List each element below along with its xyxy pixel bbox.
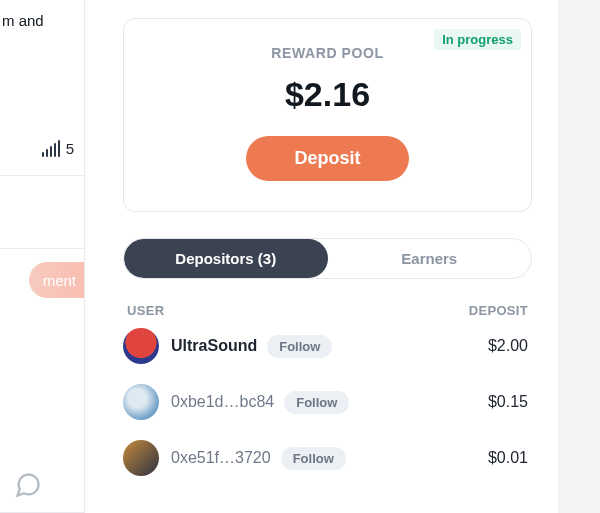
- table-row: 0xe51f…3720 Follow $0.01: [123, 430, 532, 486]
- tab-depositors[interactable]: Depositors (3): [124, 239, 328, 278]
- chat-icon[interactable]: [14, 471, 42, 499]
- divider: [0, 175, 84, 176]
- deposit-amount: $2.00: [488, 337, 532, 355]
- user-name[interactable]: 0xe51f…3720: [171, 449, 271, 467]
- deposit-amount: $0.01: [488, 449, 532, 467]
- tabs: Depositors (3) Earners: [123, 238, 532, 279]
- avatar[interactable]: [123, 328, 159, 364]
- partial-pill-button[interactable]: ment: [29, 262, 84, 298]
- tab-earners[interactable]: Earners: [328, 239, 532, 278]
- follow-button[interactable]: Follow: [267, 335, 332, 358]
- left-sidebar: m and 5 ment: [0, 0, 85, 513]
- deposit-button[interactable]: Deposit: [246, 136, 408, 181]
- header-deposit: DEPOSIT: [469, 303, 528, 318]
- follow-button[interactable]: Follow: [281, 447, 346, 470]
- pool-amount: $2.16: [144, 75, 511, 114]
- reward-pool-card: In progress REWARD POOL $2.16 Deposit: [123, 18, 532, 212]
- right-gutter: [558, 0, 600, 513]
- signal-value: 5: [66, 140, 74, 157]
- main-content: In progress REWARD POOL $2.16 Deposit De…: [85, 0, 558, 513]
- avatar[interactable]: [123, 440, 159, 476]
- divider: [0, 248, 84, 249]
- follow-button[interactable]: Follow: [284, 391, 349, 414]
- signal-bars-icon: [42, 140, 60, 157]
- table-row: UltraSound Follow $2.00: [123, 318, 532, 374]
- avatar[interactable]: [123, 384, 159, 420]
- table-row: 0xbe1d…bc84 Follow $0.15: [123, 374, 532, 430]
- user-name[interactable]: UltraSound: [171, 337, 257, 355]
- deposit-amount: $0.15: [488, 393, 532, 411]
- header-user: USER: [127, 303, 164, 318]
- table-header: USER DEPOSIT: [123, 303, 532, 318]
- status-badge: In progress: [434, 29, 521, 50]
- left-snippet-text: m and: [0, 12, 84, 29]
- user-name[interactable]: 0xbe1d…bc84: [171, 393, 274, 411]
- signal-indicator: 5: [42, 140, 74, 157]
